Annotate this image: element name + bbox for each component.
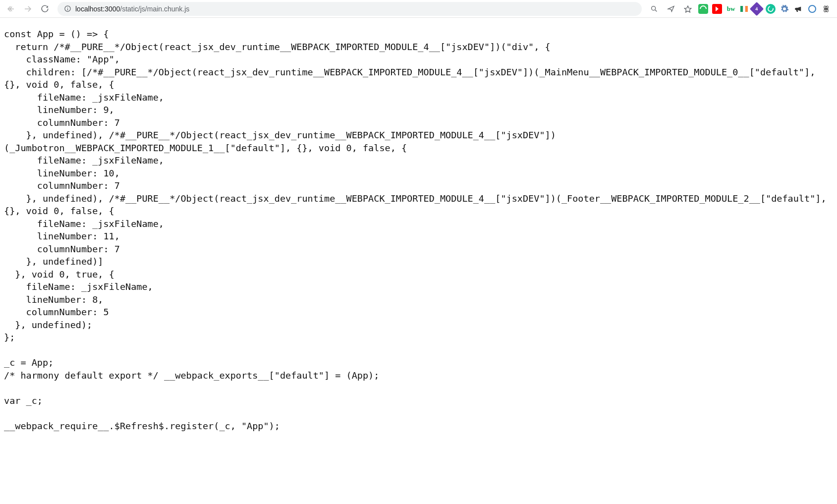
svg-point-11 [826, 8, 827, 9]
page-content: const App = () => { return /*#__PURE__*/… [0, 18, 837, 436]
extension-bw-label: bw [727, 5, 735, 13]
extension-circle-icon[interactable] [807, 4, 817, 14]
info-icon [64, 5, 71, 12]
bug-icon [822, 4, 831, 13]
svg-marker-8 [684, 6, 691, 12]
bookmark-button[interactable] [681, 2, 694, 15]
reload-icon [41, 4, 49, 13]
extension-purple-badge: 4 [755, 6, 758, 11]
svg-point-5 [67, 7, 67, 7]
svg-point-6 [652, 6, 656, 10]
site-info-button[interactable] [63, 5, 71, 13]
extension-flag-icon[interactable] [740, 6, 748, 12]
url-text: localhost:3000/static/js/main.chunk.js [75, 2, 189, 16]
extension-devtools-icon[interactable] [821, 4, 831, 14]
extension-purple-icon[interactable]: 4 [750, 1, 764, 15]
url-host: localhost:3000 [75, 5, 120, 13]
gear-icon [780, 4, 789, 13]
zoom-button[interactable] [648, 2, 661, 15]
toolbar-actions: bw 4 [648, 2, 833, 15]
forward-button[interactable] [21, 2, 35, 16]
address-bar[interactable]: localhost:3000/static/js/main.chunk.js [57, 2, 642, 16]
star-icon [684, 5, 692, 13]
extension-raven-icon[interactable] [793, 4, 803, 14]
megaphone-icon [794, 4, 803, 13]
source-code[interactable]: const App = () => { return /*#__PURE__*/… [4, 28, 833, 432]
extension-evernote-icon[interactable] [698, 4, 708, 14]
browser-toolbar: localhost:3000/static/js/main.chunk.js b… [0, 0, 837, 18]
magnifier-icon [650, 5, 658, 13]
url-path: /static/js/main.chunk.js [120, 5, 189, 13]
svg-line-7 [655, 10, 657, 11]
extension-settings-icon[interactable] [780, 4, 789, 14]
back-button[interactable] [4, 2, 18, 16]
arrow-right-icon [23, 4, 32, 13]
reload-button[interactable] [38, 2, 52, 16]
circle-icon [808, 5, 816, 13]
extension-grammarly-icon[interactable] [766, 4, 776, 14]
extension-bw-icon[interactable]: bw [726, 4, 736, 14]
extension-youtube-icon[interactable] [712, 4, 722, 14]
send-icon [667, 5, 675, 13]
send-tab-button[interactable] [665, 2, 677, 15]
